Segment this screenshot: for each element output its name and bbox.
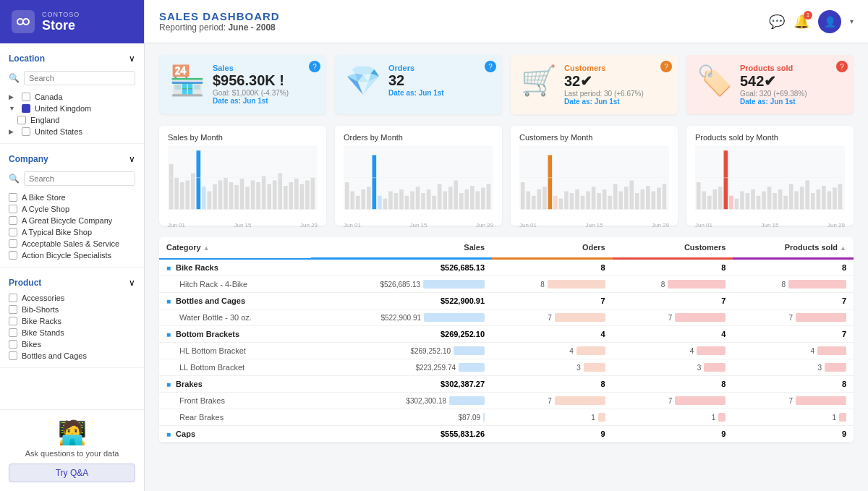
- notification-icon[interactable]: 🔔 1: [793, 14, 809, 30]
- svg-rect-65: [521, 182, 525, 210]
- chart-sales-area: Jun 01 Jun 15 Jun 29: [168, 146, 318, 218]
- cell-products: 7: [733, 393, 854, 409]
- th-orders[interactable]: Oders: [492, 237, 613, 259]
- svg-rect-41: [383, 199, 388, 210]
- location-england[interactable]: England: [0, 114, 144, 126]
- company-checkbox-3[interactable]: [9, 228, 17, 236]
- svg-rect-22: [273, 181, 277, 210]
- product-section-header[interactable]: Product ∨: [0, 273, 144, 292]
- company-item-0[interactable]: A Bike Store: [0, 192, 144, 203]
- svg-rect-79: [597, 193, 601, 210]
- cell-customers: 7: [613, 293, 733, 309]
- chart-products-x-labels: Jun 01 Jun 15 Jun 29: [695, 222, 845, 229]
- cell-category: HL Bottom Bracket: [159, 343, 311, 359]
- svg-rect-53: [448, 187, 453, 209]
- chart-customers: Customers by Month: [511, 126, 678, 226]
- company-section: Company ∨ 🔍 A Bike Store A Cycle Shop A …: [0, 144, 144, 268]
- svg-rect-76: [581, 196, 585, 210]
- cell-products: 7: [733, 293, 854, 309]
- product-label-3: Bike Stands: [22, 328, 64, 337]
- product-item-0[interactable]: Accessories: [0, 292, 144, 304]
- company-checkbox-4[interactable]: [9, 239, 17, 248]
- products-kpi-help[interactable]: ?: [836, 61, 848, 72]
- product-item-3[interactable]: Bike Stands: [0, 327, 144, 338]
- svg-rect-68: [537, 189, 541, 210]
- cell-orders: 7: [492, 393, 613, 409]
- table-row: ■ Brakes $302,387.27 8 8 8: [159, 376, 854, 393]
- product-item-2[interactable]: Bike Racks: [0, 315, 144, 327]
- expand-icon[interactable]: ■: [166, 430, 171, 438]
- cell-products: 4: [733, 343, 854, 359]
- user-avatar[interactable]: 👤: [818, 10, 841, 33]
- sales-bar: [454, 346, 485, 355]
- location-uk[interactable]: ▼ United Kingdom: [0, 103, 144, 114]
- company-item-1[interactable]: A Cycle Shop: [0, 203, 144, 215]
- svg-rect-120: [827, 192, 832, 210]
- company-checkbox-1[interactable]: [9, 205, 17, 213]
- topbar: SALES DASHBOARD Reporting period: June -…: [145, 0, 868, 43]
- company-checkbox-5[interactable]: [9, 251, 17, 260]
- company-search-input[interactable]: [24, 171, 135, 186]
- row-customers-value: 3: [697, 364, 702, 372]
- location-search-input[interactable]: [24, 71, 135, 85]
- company-item-2[interactable]: A Great Bicycle Company: [0, 215, 144, 226]
- company-checkbox-2[interactable]: [9, 216, 17, 225]
- expand-icon[interactable]: ■: [166, 264, 171, 272]
- orders-kpi-help[interactable]: ?: [485, 61, 496, 72]
- cell-category: Water Bottle - 30 oz.: [159, 309, 311, 326]
- svg-rect-85: [629, 181, 634, 210]
- product-checkbox-2[interactable]: [9, 317, 17, 325]
- chat-icon[interactable]: 💬: [769, 14, 785, 30]
- expand-icon[interactable]: ■: [166, 330, 171, 338]
- svg-rect-105: [746, 193, 750, 210]
- orders-bar: [555, 396, 605, 405]
- product-item-4[interactable]: Bikes: [0, 338, 144, 350]
- row-sales-value: $269,252.10: [441, 330, 485, 338]
- svg-rect-119: [822, 186, 826, 210]
- svg-rect-11: [213, 184, 217, 210]
- product-checkbox-5[interactable]: [9, 351, 17, 360]
- svg-rect-66: [526, 192, 530, 210]
- canada-checkbox[interactable]: [22, 93, 30, 101]
- product-checkbox-4[interactable]: [9, 340, 17, 349]
- product-label-5: Bottles and Cages: [22, 351, 87, 360]
- company-item-4[interactable]: Acceptable Sales & Service: [0, 238, 144, 249]
- chart-sales-x1: Jun 15: [234, 222, 251, 229]
- svg-rect-71: [553, 196, 558, 210]
- svg-rect-69: [542, 187, 547, 209]
- th-category[interactable]: Category ▲: [159, 237, 311, 259]
- expand-icon[interactable]: ■: [166, 380, 171, 388]
- us-checkbox[interactable]: [22, 127, 30, 136]
- try-qa-button[interactable]: Try Q&A: [9, 464, 135, 482]
- svg-rect-77: [586, 192, 590, 210]
- england-checkbox[interactable]: [17, 116, 26, 124]
- sales-kpi-help[interactable]: ?: [309, 61, 320, 72]
- svg-rect-14: [229, 182, 234, 210]
- company-item-5[interactable]: Action Bicycle Specialists: [0, 249, 144, 261]
- company-label-3: A Typical Bike Shop: [22, 228, 92, 236]
- us-label: United States: [35, 127, 82, 136]
- th-sales[interactable]: Sales: [311, 237, 492, 259]
- row-orders-value: 8: [540, 281, 545, 289]
- account-chevron-icon[interactable]: ▾: [850, 17, 854, 25]
- location-us[interactable]: ▶ United States: [0, 126, 144, 137]
- company-section-header[interactable]: Company ∨: [0, 150, 144, 168]
- product-checkbox-3[interactable]: [9, 328, 17, 337]
- svg-rect-47: [416, 187, 420, 209]
- uk-checkbox[interactable]: [22, 104, 30, 113]
- company-item-3[interactable]: A Typical Bike Shop: [0, 226, 144, 238]
- cell-customers: 1: [613, 409, 733, 426]
- customers-kpi-help[interactable]: ?: [660, 61, 672, 72]
- expand-icon[interactable]: ■: [166, 297, 171, 305]
- th-customers[interactable]: Customers: [613, 237, 733, 259]
- product-item-5[interactable]: Bottles and Cages: [0, 350, 144, 362]
- location-canada[interactable]: ▶ Canada: [0, 91, 144, 103]
- th-products[interactable]: Products sold ▲: [733, 237, 854, 259]
- company-checkbox-0[interactable]: [9, 193, 17, 202]
- product-checkbox-1[interactable]: [9, 305, 17, 314]
- product-item-1[interactable]: Bib-Shorts: [0, 304, 144, 315]
- chart-customers-x1: Jun 15: [585, 222, 603, 229]
- product-checkbox-0[interactable]: [9, 294, 17, 302]
- location-section-header[interactable]: Location ∨: [0, 49, 144, 68]
- svg-rect-44: [399, 189, 404, 210]
